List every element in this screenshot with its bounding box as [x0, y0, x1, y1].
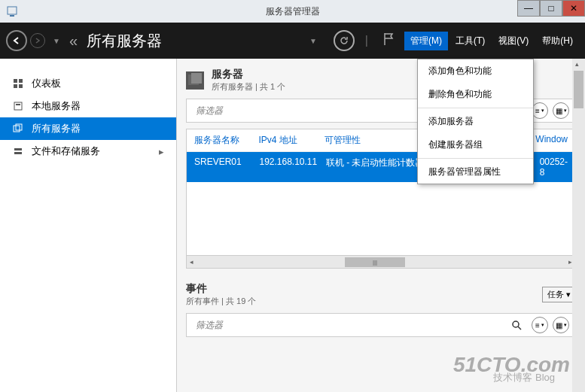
titlebar: 服务器管理器 — □ ✕: [0, 0, 585, 23]
dropdown-separator: [418, 108, 533, 108]
search-icon[interactable]: [509, 318, 524, 333]
nav-dropdown-icon[interactable]: ▼: [53, 37, 60, 45]
svg-point-16: [513, 321, 519, 327]
svg-rect-10: [14, 148, 22, 150]
watermark-sub: 技术博客 Blog: [493, 371, 555, 384]
svg-rect-6: [14, 102, 22, 110]
separator: |: [365, 34, 368, 47]
section-subtitle: 所有服务器 | 共 1 个: [212, 81, 285, 93]
svg-rect-5: [19, 84, 23, 88]
app-icon: [6, 5, 18, 17]
section-subtitle: 所有事件 | 共 19 个: [186, 296, 256, 307]
svg-rect-0: [8, 7, 17, 14]
cell-ipv4: 192.168.10.11: [259, 156, 325, 178]
chevron-right-icon: ▸: [159, 146, 164, 157]
svg-rect-3: [19, 79, 23, 83]
cell-windows: 00252-8: [540, 156, 568, 178]
sidebar-label: 仪表板: [32, 77, 61, 90]
nav-forward-button[interactable]: [30, 33, 45, 48]
flag-icon[interactable]: [382, 32, 395, 50]
servers-icon: [12, 123, 24, 135]
filter-input[interactable]: [193, 317, 506, 333]
maximize-button[interactable]: □: [540, 0, 562, 17]
dropdown-create-group[interactable]: 创建服务器组: [418, 133, 533, 156]
sidebar: 仪表板 本地服务器 所有服务器 文件和存储服务 ▸: [0, 59, 177, 392]
section-title: 事件: [186, 282, 256, 296]
section-icon: [186, 71, 204, 90]
window-title: 服务器管理器: [266, 5, 320, 18]
refresh-button[interactable]: [334, 30, 355, 51]
page-title: 所有服务器: [87, 31, 162, 51]
cell-name: SREVER01: [194, 156, 259, 178]
svg-rect-11: [14, 152, 22, 154]
manage-dropdown: 添加角色和功能 删除角色和功能 添加服务器 创建服务器组 服务器管理器属性: [417, 59, 534, 184]
sidebar-item-local-server[interactable]: 本地服务器: [0, 95, 176, 117]
svg-line-17: [518, 327, 521, 330]
filter-options-button[interactable]: ≡▾: [532, 102, 548, 119]
filter-options-button[interactable]: ≡▾: [532, 317, 548, 333]
filter-bar: ≡▾ ▦▾: [186, 313, 576, 337]
sidebar-label: 所有服务器: [32, 122, 81, 135]
section-title: 服务器: [212, 68, 285, 81]
dropdown-remove-roles[interactable]: 删除角色和功能: [418, 83, 533, 106]
menu-view[interactable]: 视图(V): [492, 32, 535, 50]
breadcrumb-separator: «: [69, 32, 78, 50]
dropdown-add-server[interactable]: 添加服务器: [418, 110, 533, 133]
sidebar-item-file-storage[interactable]: 文件和存储服务 ▸: [0, 140, 176, 163]
svg-rect-2: [14, 79, 17, 83]
col-windows[interactable]: Window: [535, 134, 568, 147]
dropdown-properties[interactable]: 服务器管理器属性: [418, 160, 533, 184]
dashboard-icon: [12, 77, 24, 90]
menu-help[interactable]: 帮助(H): [536, 32, 579, 50]
svg-rect-4: [14, 84, 17, 88]
close-button[interactable]: ✕: [562, 0, 585, 17]
tasks-button[interactable]: 任务 ▾: [542, 287, 576, 302]
menu-manage[interactable]: 管理(M): [404, 32, 448, 50]
vertical-scrollbar[interactable]: [572, 59, 585, 392]
header-bar: ▼ « 所有服务器 ▼ | 管理(M) 工具(T) 视图(V) 帮助(H): [0, 23, 585, 59]
dropdown-add-roles[interactable]: 添加角色和功能: [418, 59, 533, 83]
storage-icon: [12, 145, 24, 157]
server-icon: [12, 100, 24, 112]
sidebar-label: 文件和存储服务: [32, 144, 100, 158]
header-dropdown-icon[interactable]: ▼: [309, 37, 317, 45]
filter-save-button[interactable]: ▦▾: [553, 102, 569, 119]
menu-tools[interactable]: 工具(T): [449, 32, 491, 50]
col-name[interactable]: 服务器名称: [194, 134, 258, 147]
minimize-button[interactable]: —: [517, 0, 540, 17]
horizontal-scrollbar[interactable]: ◂ ||| ▸: [187, 255, 575, 268]
events-section: 事件 所有事件 | 共 19 个 任务 ▾ ≡▾ ▦▾: [186, 282, 576, 337]
svg-rect-13: [191, 73, 202, 84]
dropdown-separator: [418, 158, 533, 159]
sidebar-item-all-servers[interactable]: 所有服务器: [0, 117, 176, 140]
sidebar-label: 本地服务器: [32, 99, 81, 113]
sidebar-item-dashboard[interactable]: 仪表板: [0, 72, 176, 95]
window-controls: — □ ✕: [517, 0, 585, 17]
col-ipv4[interactable]: IPv4 地址: [258, 134, 324, 147]
svg-rect-8: [14, 126, 20, 132]
svg-rect-9: [16, 124, 22, 130]
filter-save-button[interactable]: ▦▾: [553, 317, 569, 333]
svg-rect-7: [16, 104, 20, 105]
svg-rect-1: [10, 15, 14, 17]
nav-back-button[interactable]: [6, 30, 27, 51]
